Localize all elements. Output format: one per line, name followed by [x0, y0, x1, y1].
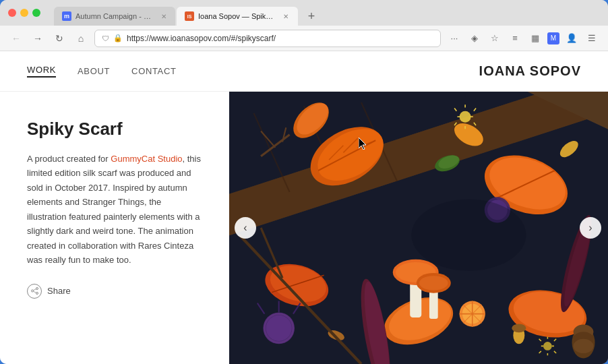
svg-point-63 [460, 111, 471, 123]
nav-work[interactable]: WORK [27, 65, 56, 78]
gallery: ‹ › [229, 92, 608, 364]
main-content: Spiky Scarf A product created for GummyC… [0, 92, 608, 364]
title-bar: m Autumn Campaign - 🌿 Moodbo... ✕ IS Ioa… [0, 0, 608, 26]
gallery-next-button[interactable]: › [580, 217, 601, 239]
bookmark-button[interactable]: ☆ [487, 30, 503, 47]
gummycat-link[interactable]: GummyCat Studio [111, 154, 182, 164]
traffic-lights [8, 9, 40, 17]
svg-point-2 [36, 293, 38, 295]
profile-button[interactable]: 👤 [564, 30, 580, 47]
tab-favicon-m: m [62, 11, 71, 21]
site-nav: WORK ABOUT CONTACT IOANA SOPOV [0, 51, 608, 92]
tab-title-1: Autumn Campaign - 🌿 Moodbo... [75, 12, 154, 21]
new-tab-button[interactable]: + [302, 7, 321, 26]
menu-button[interactable]: ☰ [584, 30, 600, 47]
svg-point-90 [411, 199, 526, 270]
gallery-illustration [229, 92, 608, 364]
back-button[interactable]: ← [8, 30, 24, 47]
svg-point-48 [266, 315, 292, 341]
shield-icon: 🛡 [102, 34, 109, 42]
tab-favicon-is: IS [185, 11, 194, 21]
prev-arrow-icon: ‹ [243, 222, 247, 234]
forward-button[interactable]: → [30, 30, 46, 47]
tab-close-1[interactable]: ✕ [160, 11, 167, 21]
desc-prefix: A product created for [27, 154, 111, 164]
reload-button[interactable]: ↻ [51, 30, 67, 47]
site-logo: IOANA SOPOV [479, 63, 581, 79]
container-button[interactable]: ▦ [527, 30, 543, 47]
tab-close-2[interactable]: ✕ [282, 11, 290, 21]
address-bar: ← → ↻ ⌂ 🛡 🔒 https://www.ioanasopov.com/#… [0, 26, 608, 51]
home-button[interactable]: ⌂ [73, 30, 89, 47]
url-text: https://www.ioanasopov.com/#/spikyscarf/ [127, 34, 276, 43]
close-button[interactable] [8, 9, 16, 17]
next-arrow-icon: › [588, 222, 592, 234]
desc-suffix: , this limited edition silk scarf was pr… [27, 154, 201, 265]
address-field[interactable]: 🛡 🔒 https://www.ioanasopov.com/#/spikysc… [94, 30, 441, 47]
svg-line-4 [33, 291, 36, 293]
project-description: A product created for GummyCat Studio, t… [27, 152, 202, 268]
tab-autumn-campaign[interactable]: m Autumn Campaign - 🌿 Moodbo... ✕ [54, 7, 175, 26]
svg-point-62 [574, 339, 594, 353]
share-icon-svg [31, 287, 38, 295]
share-section: Share [27, 284, 202, 299]
nav-about[interactable]: ABOUT [78, 66, 110, 76]
svg-point-85 [512, 324, 526, 332]
pocket-button[interactable]: ◈ [466, 30, 483, 47]
sync-button[interactable]: M [547, 32, 559, 44]
nav-contact[interactable]: CONTACT [131, 66, 176, 76]
lock-icon: 🔒 [113, 34, 123, 42]
svg-point-40 [419, 276, 448, 290]
svg-line-3 [33, 289, 36, 291]
tab-bar: m Autumn Campaign - 🌿 Moodbo... ✕ IS Ioa… [54, 0, 321, 26]
project-title: Spiky Scarf [27, 119, 202, 140]
gallery-prev-button[interactable]: ‹ [235, 217, 256, 239]
maximize-button[interactable] [32, 9, 40, 17]
minimize-button[interactable] [20, 9, 28, 17]
reading-view-button[interactable]: ≡ [507, 30, 523, 47]
svg-point-0 [36, 288, 38, 290]
page-content: WORK ABOUT CONTACT IOANA SOPOV Spiky Sca… [0, 51, 608, 364]
tab-ioana-sopov[interactable]: IS Ioana Sopov — Spiky Scarf ✕ [177, 7, 298, 26]
sidebar: Spiky Scarf A product created for GummyC… [0, 92, 229, 364]
more-options-button[interactable]: ··· [446, 30, 462, 47]
toolbar-right: ··· ◈ ☆ ≡ ▦ M 👤 ☰ [446, 30, 600, 47]
nav-links: WORK ABOUT CONTACT [27, 65, 177, 78]
browser-window: m Autumn Campaign - 🌿 Moodbo... ✕ IS Ioa… [0, 0, 608, 364]
svg-point-72 [543, 342, 552, 351]
share-label[interactable]: Share [47, 286, 71, 296]
svg-point-1 [31, 290, 33, 292]
share-icon[interactable] [27, 284, 42, 299]
tab-title-2: Ioana Sopov — Spiky Scarf [198, 12, 275, 20]
